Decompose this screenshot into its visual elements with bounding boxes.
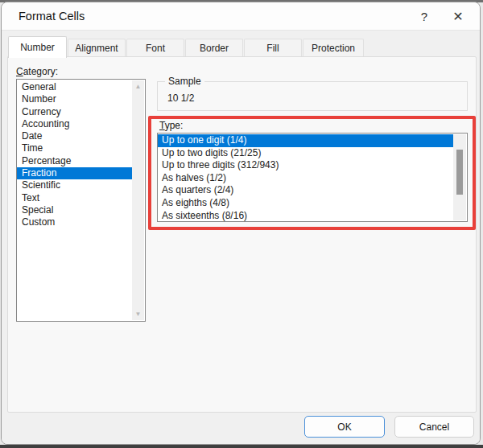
tab-protection[interactable]: Protection — [303, 39, 364, 57]
dialog-title: Format Cells — [19, 10, 85, 23]
tab-border[interactable]: Border — [185, 39, 243, 57]
sample-legend: Sample — [165, 76, 204, 87]
tab-strip: Number Alignment Font Border Fill Protec… — [2, 30, 480, 57]
category-items: General Number Currency Accounting Date … — [17, 81, 132, 229]
category-label: Category: — [16, 66, 58, 77]
help-icon[interactable]: ? — [407, 2, 441, 30]
type-label-accel: T — [159, 120, 165, 131]
type-label: Type: — [159, 120, 183, 131]
type-item-one-digit[interactable]: Up to one digit (1/4) — [158, 134, 453, 147]
ok-button[interactable]: OK — [304, 416, 385, 438]
sample-value: 10 1/2 — [167, 92, 194, 104]
category-item-date[interactable]: Date — [17, 130, 132, 142]
category-item-accounting[interactable]: Accounting — [17, 118, 132, 130]
type-item-quarters[interactable]: As quarters (2/4) — [158, 184, 453, 197]
category-label-accel: C — [16, 66, 23, 77]
titlebar: Format Cells ? ✕ — [2, 2, 480, 30]
type-scrollbar-thumb[interactable] — [456, 150, 463, 195]
format-cells-dialog: Format Cells ? ✕ Number Alignment Font B… — [1, 2, 481, 445]
dialog-footer: OK Cancel — [2, 411, 480, 444]
sample-groupbox: Sample 10 1/2 — [157, 81, 468, 111]
scroll-down-icon[interactable]: ▼ — [135, 308, 142, 320]
title-controls: ? ✕ — [407, 2, 480, 30]
type-item-halves[interactable]: As halves (1/2) — [158, 172, 453, 185]
tab-number[interactable]: Number — [8, 36, 67, 58]
category-item-fraction[interactable]: Fraction — [17, 167, 132, 179]
category-label-rest: ategory: — [23, 66, 58, 77]
tab-alignment[interactable]: Alignment — [68, 39, 126, 57]
category-item-custom[interactable]: Custom — [17, 216, 132, 228]
category-scrollbar[interactable]: ▲ ▼ — [132, 80, 144, 320]
type-label-rest: ype: — [165, 120, 184, 131]
category-item-special[interactable]: Special — [17, 204, 132, 216]
type-item-two-digits[interactable]: Up to two digits (21/25) — [158, 147, 453, 160]
background-bottom-strip — [0, 445, 483, 448]
type-listbox[interactable]: Up to one digit (1/4) Up to two digits (… — [157, 133, 468, 222]
type-item-eighths[interactable]: As eighths (4/8) — [158, 197, 453, 210]
type-item-three-digits[interactable]: Up to three digits (312/943) — [158, 159, 453, 172]
category-listbox[interactable]: General Number Currency Accounting Date … — [16, 79, 146, 322]
tab-fill[interactable]: Fill — [244, 39, 302, 57]
category-item-number[interactable]: Number — [17, 93, 132, 105]
cancel-button[interactable]: Cancel — [394, 416, 474, 438]
category-item-scientific[interactable]: Scientific — [17, 179, 132, 191]
type-scrollbar[interactable] — [453, 134, 466, 220]
category-item-text[interactable]: Text — [17, 192, 132, 204]
category-item-percentage[interactable]: Percentage — [17, 155, 132, 167]
category-item-time[interactable]: Time — [17, 142, 132, 154]
category-item-general[interactable]: General — [17, 81, 132, 93]
scroll-up-icon[interactable]: ▲ — [135, 80, 142, 92]
close-icon[interactable]: ✕ — [441, 2, 475, 30]
category-item-currency[interactable]: Currency — [17, 106, 132, 118]
number-tab-panel: Category: General Number Currency Accoun… — [7, 56, 477, 413]
type-items: Up to one digit (1/4) Up to two digits (… — [158, 134, 453, 222]
tab-font[interactable]: Font — [126, 39, 184, 57]
type-item-sixteenths[interactable]: As sixteenths (8/16) — [158, 210, 453, 223]
